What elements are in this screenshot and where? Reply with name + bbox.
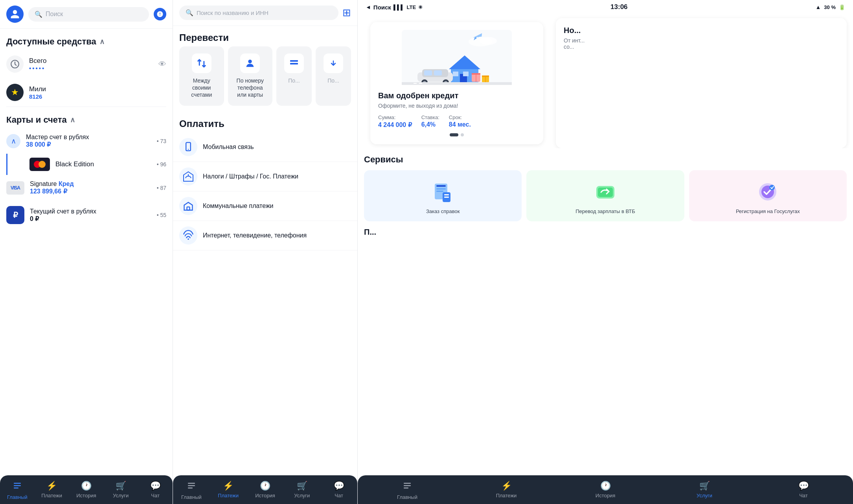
svg-point-10 bbox=[188, 238, 189, 240]
panel2-header: 🔍 Поиск по названию и ИНН ⊞ bbox=[173, 0, 357, 26]
battery-icon: 🔋 bbox=[839, 4, 845, 10]
bottom-nav-1: Главный ⚡ Платежи 🕐 История 🛒 Услуги 💬 Ч… bbox=[0, 475, 173, 504]
battery-text: 30 % bbox=[824, 4, 836, 10]
nav-services-1[interactable]: 🛒 Услуги bbox=[109, 481, 132, 500]
nav-history-label-2: История bbox=[255, 493, 275, 498]
nav-chat-3[interactable]: 💬 Чат bbox=[792, 481, 815, 500]
second-card-title: Но... bbox=[564, 26, 839, 35]
time-display: 13:06 bbox=[610, 3, 627, 11]
pay-internet[interactable]: Интернет, телевидение, телефония bbox=[173, 221, 357, 250]
nav-history-3[interactable]: 🕐 История bbox=[594, 481, 617, 500]
current-account-balance: 0 ₽ bbox=[30, 215, 151, 223]
credit-card[interactable]: Вам одобрен кредит Оформите, не выходя и… bbox=[370, 22, 543, 144]
card-dots bbox=[378, 133, 535, 136]
service-gosuslugi[interactable]: Регистрация на Госуслугах bbox=[689, 170, 847, 221]
signature-info: Signature Кред 123 899,66 ₽ bbox=[30, 180, 151, 195]
service-gosuslugi-label: Регистрация на Госуслугах bbox=[736, 208, 800, 215]
black-edition-item[interactable]: Black Edition • 96 bbox=[6, 154, 173, 175]
internet-icon bbox=[179, 226, 197, 245]
panel-right: ◄ Поиск ▌▌▌ LTE ✳ 13:06 ▲ 30 % 🔋 bbox=[358, 0, 853, 504]
p2-search-placeholder: Поиск по названию и ИНН bbox=[197, 9, 268, 16]
nav-main-3[interactable]: Главный bbox=[395, 481, 419, 500]
second-card[interactable]: Но... От инт...со... bbox=[556, 18, 847, 148]
transfer-phone[interactable]: По номеру телефона или карты bbox=[228, 46, 273, 106]
transfer-down-label: По... bbox=[327, 77, 339, 84]
nav-main-1[interactable]: Главный bbox=[6, 481, 29, 500]
signal-bars-icon: ▌▌▌ bbox=[393, 4, 404, 10]
nav-payments-1[interactable]: ⚡ Платежи bbox=[40, 481, 64, 500]
signal-text: Поиск bbox=[373, 4, 391, 11]
miles-label: Мили bbox=[29, 85, 166, 93]
credit-illustration bbox=[378, 30, 535, 85]
svg-rect-3 bbox=[14, 487, 18, 489]
pay-internet-label: Интернет, телевидение, телефония bbox=[203, 232, 307, 239]
nav-services-3[interactable]: 🛒 Услуги bbox=[693, 481, 716, 500]
pay-mobile[interactable]: Мобильная связь bbox=[173, 132, 357, 162]
transfer-own[interactable]: Между своими счетами bbox=[179, 46, 224, 106]
pay-utilities-label: Коммунальные платежи bbox=[203, 202, 274, 210]
current-account-item[interactable]: ₽ Текущий счет в рублях 0 ₽ • 55 bbox=[0, 200, 173, 230]
svg-rect-28 bbox=[434, 70, 442, 75]
service-spravki[interactable]: Заказ справок bbox=[364, 170, 522, 221]
notification-icon[interactable] bbox=[154, 8, 166, 20]
nav-payments-2[interactable]: ⚡ Платежи bbox=[217, 481, 240, 500]
avatar[interactable] bbox=[6, 6, 24, 23]
search-bar[interactable]: 🔍 Поиск bbox=[28, 7, 149, 22]
nav-services-label: Услуги bbox=[113, 493, 129, 498]
transfer-icon-3 bbox=[284, 53, 304, 73]
nav-services-label-3: Услуги bbox=[697, 493, 712, 498]
eye-icon[interactable]: 👁 bbox=[158, 60, 166, 69]
search-icon-2: 🔍 bbox=[186, 9, 193, 17]
nav-history-1[interactable]: 🕐 История bbox=[74, 481, 98, 500]
nav-payments-3[interactable]: ⚡ Платежи bbox=[495, 481, 518, 500]
back-arrow-icon: ◄ bbox=[366, 4, 371, 10]
master-account-item[interactable]: ∧ Мастер счет в рублях 38 000 ₽ • 73 bbox=[0, 128, 173, 154]
total-info: Всего ••••• bbox=[29, 57, 153, 72]
svg-rect-38 bbox=[436, 185, 446, 187]
transfer-grid: Между своими счетами По номеру телефона … bbox=[173, 46, 357, 112]
status-left: ◄ Поиск ▌▌▌ LTE ✳ bbox=[366, 4, 423, 11]
transfer-down[interactable]: По... bbox=[316, 46, 351, 106]
p2-search-bar[interactable]: 🔍 Поиск по названию и ИНН bbox=[179, 6, 338, 20]
cards-accounts-title: Карты и счета ∧ bbox=[0, 107, 173, 128]
chat-icon-2: 💬 bbox=[334, 481, 344, 491]
service-zarplata[interactable]: Перевод зарплаты в ВТБ bbox=[526, 170, 684, 221]
expand-icon[interactable]: ∧ bbox=[6, 134, 20, 148]
panel-middle: 🔍 Поиск по названию и ИНН ⊞ Перевести Ме… bbox=[173, 0, 358, 504]
chevron-up-icon: ∧ bbox=[99, 37, 105, 46]
nav-chat-2[interactable]: 💬 Чат bbox=[327, 481, 351, 500]
qr-icon[interactable]: ⊞ bbox=[342, 7, 351, 19]
mobile-icon bbox=[179, 138, 197, 156]
taxes-icon bbox=[179, 167, 197, 186]
available-funds-title: Доступные средства ∧ bbox=[0, 29, 173, 50]
signature-balance: 123 899,66 ₽ bbox=[30, 188, 151, 195]
nav-history-2[interactable]: 🕐 История bbox=[253, 481, 277, 500]
signature-item[interactable]: VISA Signature Кред 123 899,66 ₽ • 87 bbox=[0, 175, 173, 200]
transfer-third[interactable]: По... bbox=[276, 46, 312, 106]
total-balance-item[interactable]: Всего ••••• 👁 bbox=[0, 50, 173, 78]
gosuslugi-icon bbox=[755, 179, 780, 204]
zarplata-icon bbox=[593, 179, 618, 204]
miles-item[interactable]: ★ Мили 8126 bbox=[0, 78, 173, 107]
svg-rect-42 bbox=[444, 194, 449, 195]
pay-utilities[interactable]: Коммунальные платежи bbox=[173, 191, 357, 221]
cart-icon: 🛒 bbox=[116, 481, 126, 491]
spravki-icon bbox=[430, 179, 456, 204]
nav-chat-label-3: Чат bbox=[799, 493, 808, 498]
service-spravki-label: Заказ справок bbox=[426, 208, 460, 215]
second-card-subtitle: От инт...со... bbox=[564, 37, 839, 50]
svg-point-16 bbox=[480, 37, 497, 45]
nav-main-2[interactable]: Главный bbox=[180, 481, 203, 500]
pay-title: Оплатить bbox=[173, 112, 357, 132]
black-edition-suffix: • 96 bbox=[157, 161, 166, 167]
lightning-icon-3: ⚡ bbox=[501, 481, 512, 491]
transfer-icon-4 bbox=[324, 53, 343, 73]
pay-taxes[interactable]: Налоги / Штрафы / Гос. Платежи bbox=[173, 162, 357, 191]
nav-chat-1[interactable]: 💬 Чат bbox=[143, 481, 167, 500]
black-edition-name: Black Edition bbox=[55, 160, 151, 168]
svg-rect-40 bbox=[436, 191, 443, 192]
nav-services-2[interactable]: 🛒 Услуги bbox=[290, 481, 314, 500]
nav-main-label: Главный bbox=[7, 494, 28, 500]
total-label: Всего bbox=[29, 57, 153, 65]
transfer-phone-label: По номеру телефона или карты bbox=[233, 77, 267, 99]
